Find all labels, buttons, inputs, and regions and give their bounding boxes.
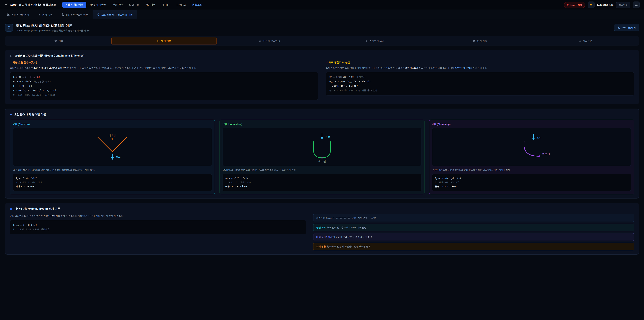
tab-label: 최적화 알고리즘 — [263, 39, 280, 42]
efficiency-columns: ① 차단 효율 함수 E(θ, U) 오일펜스의 차단 효율은 조류 유속(U)… — [10, 61, 634, 100]
multiboom-grid: 단일 오일펜스로 차단 불가한 경우 직렬 다단 배치로 누적 차단 효율을 향… — [10, 214, 634, 250]
code-line: θ* = arcsin(Uc / U) (임계조건) — [330, 75, 631, 79]
subnav-tabbar: 유출유 확산분석 분석 목록 유출유확산모델 이론 오일펜스 배치 알고리즘 이… — [0, 10, 644, 19]
menu-button[interactable] — [633, 2, 640, 8]
layout-card-title: V형 (Chevron) — [13, 123, 212, 126]
layout-types-title: 오일펜스 배치 형태별 이론 — [10, 113, 634, 116]
incident-status-label: 사고 진행중 — [570, 3, 582, 6]
nav-item-aerial-search[interactable]: 항공탐색 — [142, 2, 158, 8]
note-tidal-change: 조석 변환: 창조/낙조 전환 시 오일펜스 방향 재조정 필요 — [313, 243, 634, 250]
collection-point-label: 집유점 — [108, 134, 116, 137]
section-title-text: 오일펜스 배치 형태별 이론 — [14, 113, 46, 116]
section-tabs: 개요 배치 이론 최적화 알고리즘 유체역학 모델 현장 적용 참고문헌 — [5, 36, 639, 46]
notification-button[interactable] — [588, 2, 594, 8]
atom-icon — [365, 40, 368, 42]
collection-point-dot — [112, 138, 113, 140]
chevron-diagram-svg: 집유점 조류 — [13, 128, 212, 166]
optimal-angle-paragraph: 오일펜스 방향각은 조류 방향에 따라 최적화됩니다. 차단 면적과 오일 수집… — [326, 66, 634, 70]
code-line: 최적 α ≈ 30°~45° — [16, 184, 209, 188]
efficiency-left-column: ① 차단 효율 함수 E(θ, U) 오일펜스의 차단 효율은 조류 유속(U)… — [10, 61, 318, 100]
chevron-diagram: 집유점 조류 — [13, 128, 212, 166]
main-nav: 유출유 확산예측 HNS·대기확산 긴급구난 보고자료 항공탐색 게시판 기상정… — [62, 2, 205, 8]
horseshoe-diagram: 조류 회수선 — [222, 128, 422, 166]
subnav-tab-analysis-list[interactable]: 분석 목록 — [34, 10, 57, 19]
multiboom-panel: 다단계 차단선(Multi-Boom) 배치 이론 단일 오일펜스로 차단 불가… — [5, 203, 639, 254]
subnav-tab-spill-analysis[interactable]: 유출유 확산분석 — [3, 10, 34, 19]
nav-item-spill-prediction[interactable]: 유출유 확산예측 — [62, 2, 86, 8]
wing-icon — [4, 3, 8, 7]
tab-optimization-algorithm[interactable]: 최적화 알고리즘 — [217, 37, 322, 45]
subnav-tab-label: 유출유확산모델 이론 — [66, 13, 88, 16]
nav-item-board[interactable]: 게시판 — [159, 2, 172, 8]
tab-label: 개요 — [58, 39, 63, 42]
skimming-diagram-svg: 조류 회수선 — [432, 128, 631, 166]
efficiency-function-heading: ① 차단 효율 함수 E(θ, U) — [10, 61, 318, 64]
tab-hydrodynamic-model[interactable]: 유체역학 모델 — [322, 37, 427, 45]
efficiency-function-code-block: E(θ,U) = 1 - Fleak(Un) Un = U · sin(θ) (… — [10, 72, 318, 100]
code-line: 실용범위: 15° ≤ θ ≤ 60° — [330, 84, 631, 88]
current-label: 조류 — [536, 136, 542, 139]
layout-types-panel: 오일펜스 배치 형태별 이론 V형 (Chevron) 집유점 조류 조류 방향… — [5, 109, 639, 198]
horseshoe-boom-shape — [314, 142, 330, 158]
section-title-text: 오일펜스 차단 효율 이론 (Boom Containment Efficien… — [14, 54, 84, 58]
multiboom-title: 다단계 차단선(Multi-Boom) 배치 이론 — [10, 207, 634, 211]
chart-icon — [7, 13, 10, 16]
code-line: E = max(0, 1 - (Un/Uc)²) (Un > Uc) — [13, 88, 314, 93]
section-title-text: 다단계 차단선(Multi-Boom) 배치 이론 — [14, 207, 60, 211]
nav-item-rescue[interactable]: 긴급구난 — [110, 2, 126, 8]
note-stage-spacing: 단간 거리: 부표 집적 방지를 위해 ≥ 200m 이격 권장 — [313, 224, 634, 231]
page-title: 오일펜스 배치 최적화 알고리즘 이론 — [16, 23, 90, 28]
user-name: Eunjeong Kim — [597, 4, 614, 6]
nav-item-reports[interactable]: 보고자료 — [126, 2, 142, 8]
layout-card-skimming: J형 (Skimming) 조류 회수선 직선+곡선 조합. 기름을 한쪽으로 … — [429, 120, 634, 194]
tab-label: 현장 적용 — [477, 39, 487, 42]
incident-status-badge[interactable]: 사고 진행중 — [564, 2, 585, 8]
tab-overview[interactable]: 개요 — [6, 37, 111, 45]
header-right: 사고 진행중 Eunjeong Kim 로그아웃 — [564, 2, 640, 8]
shield-icon — [97, 13, 100, 16]
grid-square-icon — [10, 207, 12, 210]
note-two-stage-series: 2단 직렬: Etotal = E₁+E₂−E₁·E₂ (예: 70%+70% … — [313, 214, 634, 222]
triangle-ruler-icon — [10, 54, 13, 57]
current-label: 조류 — [325, 136, 330, 138]
nav-item-weather[interactable]: 기상정보 — [173, 2, 189, 8]
j-boom-shape — [524, 142, 540, 156]
subnav-tab-label: 분석 목록 — [42, 13, 53, 16]
download-icon — [617, 26, 620, 29]
layout-card-title: U형 (Horseshoe) — [222, 123, 422, 126]
efficiency-right-column: ② 최적 방향각 θ* 산정 오일펜스 방향각은 조류 방향에 따라 최적화됩니… — [326, 61, 634, 100]
hamburger-icon — [635, 3, 638, 6]
code-line: 적용: U < 0.5 knot — [226, 184, 418, 188]
code-line: θopt = argmax [Ablock(θ) · E(θ,U)] — [330, 79, 631, 84]
code-line: Ei: i번째 오일펜스 단독 차단효율 — [13, 227, 302, 232]
layout-card-description: 말굽형으로 기름을 완전 포위, 폐쇄형 구조로 회수 효율 최고. 저조류 해… — [223, 168, 421, 171]
tab-field-application[interactable]: 현장 적용 — [427, 37, 533, 45]
logout-button[interactable]: 로그아웃 — [616, 2, 630, 8]
diamond-icon — [10, 113, 12, 116]
code-line: AU = π·r²/2 + 2r·h — [226, 176, 418, 180]
book-icon — [578, 40, 581, 42]
subnav-tab-boom-algorithm-theory[interactable]: 오일펜스 배치 알고리즘 이론 — [92, 10, 137, 19]
containment-efficiency-panel: 오일펜스 차단 효율 이론 (Boom Containment Efficien… — [5, 50, 639, 104]
nav-item-integrated-search[interactable]: 통합조회 — [189, 2, 205, 8]
building-icon — [473, 40, 476, 42]
logo-text: Wing — [10, 3, 16, 7]
shield-icon — [7, 26, 11, 30]
recovery-vessel-dot — [539, 155, 540, 157]
app-logo: Wing — [4, 3, 16, 7]
subnav-tab-label: 유출유 확산분석 — [12, 13, 29, 16]
subnav-tab-diffusion-model-theory[interactable]: 유출유확산모델 이론 — [57, 10, 93, 19]
code-line: α: 반개각, L: 펜스 길이 — [16, 180, 209, 184]
tab-references[interactable]: 참고문헌 — [533, 37, 638, 45]
pdf-export-button[interactable]: PDF 내보내기 — [614, 24, 639, 31]
nav-item-hns[interactable]: HNS·대기확산 — [87, 2, 109, 8]
list-icon — [38, 13, 40, 16]
tab-deployment-theory[interactable]: 배치 이론 — [111, 37, 217, 45]
red-dot-icon — [567, 4, 568, 6]
layout-card-description: 직선+곡선 조합. 기름을 한쪽으로 편향 유도하여 집유. 강조류에서 예인 … — [432, 168, 631, 171]
skimming-diagram: 조류 회수선 — [432, 128, 631, 166]
page-titles: 오일펜스 배치 최적화 알고리즘 이론 Oil Boom Deployment … — [16, 23, 90, 32]
recovery-vessel-label: 회수선 — [318, 160, 326, 163]
gear-icon — [259, 40, 261, 42]
tab-label: 참고문헌 — [583, 39, 592, 42]
